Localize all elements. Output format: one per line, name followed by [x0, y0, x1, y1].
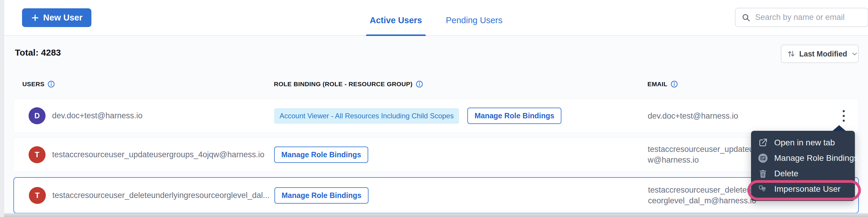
table-row-selected[interactable]: T testaccresourceuser_deleteunderlyingre… — [13, 177, 859, 213]
total-count: Total: 4283 — [15, 47, 61, 58]
page-header: New User Active Users Pending Users — [4, 0, 868, 36]
user-email-line2: ceorglevel_dal_m@harness.io — [648, 195, 756, 206]
search-box[interactable] — [735, 8, 868, 27]
user-email-line2: w@harness.io — [648, 154, 754, 165]
menu-item-impersonate-user[interactable]: Impersonate User — [751, 181, 855, 197]
info-icon[interactable] — [415, 80, 423, 88]
search-icon — [742, 13, 750, 22]
menu-item-label: Impersonate User — [774, 184, 841, 194]
chevron-down-icon — [851, 50, 859, 58]
table-row[interactable]: D dev.doc+test@harness.io Account Viewer… — [13, 99, 859, 133]
menu-caret — [832, 125, 846, 131]
column-role-binding-label: ROLE BINDING (ROLE - RESOURCE GROUP) — [274, 80, 412, 88]
avatar: D — [29, 107, 45, 124]
new-user-button[interactable]: New User — [22, 8, 91, 27]
user-name: testaccresourceuser_deleteunderlyingreso… — [52, 191, 269, 200]
menu-item-label: Open in new tab — [774, 138, 835, 147]
menu-item-manage-role-bindings[interactable]: Manage Role Bindings — [751, 150, 855, 166]
role-bindings-icon — [757, 153, 768, 163]
tab-active-users[interactable]: Active Users — [366, 15, 426, 36]
bottom-scroll-shadow — [4, 213, 868, 217]
info-icon[interactable] — [47, 80, 55, 88]
column-email-label: EMAIL — [647, 80, 668, 88]
user-email: testaccresourceuser_updateu — [648, 144, 754, 154]
menu-item-open-in-new-tab[interactable]: Open in new tab — [751, 135, 855, 150]
active-users-panel: Total: 4283 Last Modified USERS ROLE BIN… — [4, 37, 868, 217]
search-input[interactable] — [755, 13, 862, 22]
plus-icon — [31, 14, 39, 22]
sort-dropdown[interactable]: Last Modified — [781, 45, 859, 63]
column-users-label: USERS — [22, 80, 44, 88]
menu-item-label: Manage Role Bindings — [774, 153, 858, 163]
role-binding-chip: Account Viewer - All Resources Including… — [274, 108, 459, 124]
impersonate-masks-icon — [757, 184, 768, 194]
user-tabs: Active Users Pending Users — [366, 0, 506, 36]
menu-item-label: Delete — [774, 169, 798, 178]
sort-arrows-icon — [787, 49, 796, 58]
manage-role-bindings-button[interactable]: Manage Role Bindings — [467, 108, 561, 124]
menu-item-delete[interactable]: Delete — [751, 166, 855, 181]
new-user-label: New User — [43, 13, 83, 23]
info-icon[interactable] — [670, 80, 678, 88]
tab-pending-users[interactable]: Pending Users — [442, 15, 506, 36]
avatar: T — [29, 187, 46, 204]
avatar: T — [29, 146, 45, 163]
user-email: dev.doc+test@harness.io — [648, 111, 738, 121]
external-link-icon — [757, 138, 768, 147]
user-email: testaccresourceuser_deleteu — [648, 185, 756, 195]
manage-role-bindings-button[interactable]: Manage Role Bindings — [274, 187, 369, 204]
manage-role-bindings-button[interactable]: Manage Role Bindings — [274, 147, 368, 163]
trash-icon — [757, 169, 768, 178]
row-menu-kebab-icon[interactable] — [840, 107, 848, 124]
collapsed-sidebar-edge — [0, 0, 4, 217]
row-context-menu: Open in new tab Manage Role Bindings Del… — [751, 131, 855, 201]
table-header-row: USERS ROLE BINDING (ROLE - RESOURCE GROU… — [4, 80, 868, 92]
user-name: dev.doc+test@harness.io — [52, 111, 143, 120]
table-row[interactable]: T testaccresourceuser_updateusergroups_4… — [13, 137, 859, 172]
sort-value: Last Modified — [799, 50, 847, 58]
user-name: testaccresourceuser_updateusergroups_4oj… — [52, 150, 264, 159]
